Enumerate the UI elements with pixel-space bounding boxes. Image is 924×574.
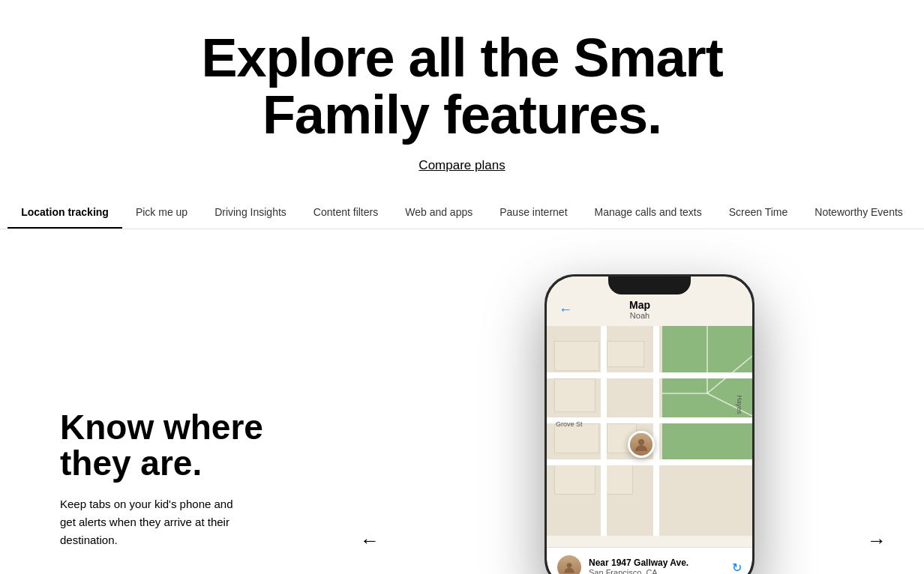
feature-nav: Location tracking Pick me up Driving Ins… — [0, 196, 924, 229]
refresh-icon[interactable]: ↻ — [732, 561, 742, 574]
feature-heading: Know where they are. — [60, 409, 285, 482]
street-label-hayes: Hayes — [736, 395, 743, 414]
map-block — [603, 465, 633, 495]
hero-section: Explore all the Smart Family features. C… — [0, 0, 924, 196]
street-vertical — [601, 326, 607, 536]
location-pin — [628, 431, 655, 458]
map-area: Grove St Hayes — [547, 326, 752, 536]
next-arrow-button[interactable]: → — [867, 529, 886, 552]
map-block — [554, 423, 599, 453]
title-line2: Family features. — [262, 85, 662, 145]
phone-mockup: ← Map Noah — [544, 274, 754, 574]
map-block — [554, 378, 596, 412]
nav-item-location-tracking[interactable]: Location tracking — [8, 196, 122, 229]
street-horizontal — [547, 372, 752, 378]
page-title: Explore all the Smart Family features. — [162, 30, 762, 143]
page-wrapper: Explore all the Smart Family features. C… — [0, 0, 924, 574]
phone-map-title: Map — [578, 299, 701, 311]
street-label-grove: Grove St — [556, 420, 583, 428]
content-section: Know where they are. Keep tabs on your k… — [0, 229, 924, 574]
nav-item-content-filters[interactable]: Content filters — [300, 196, 392, 229]
nav-item-pause-internet[interactable]: Pause internet — [486, 196, 580, 229]
nav-item-driving-insights[interactable]: Driving Insights — [201, 196, 300, 229]
nav-item-pick-me-up[interactable]: Pick me up — [122, 196, 201, 229]
feature-description: Keep tabs on your kid's phone and get al… — [60, 495, 240, 549]
feature-text-col: Know where they are. Keep tabs on your k… — [60, 274, 285, 549]
nav-item-web-and-apps[interactable]: Web and apps — [392, 196, 486, 229]
svg-point-5 — [567, 563, 572, 568]
phone-col: ← Map Noah — [435, 274, 864, 574]
svg-point-4 — [638, 439, 644, 445]
street-horizontal — [547, 459, 752, 465]
phone-bottom-card: Near 1947 Gallway Ave. San Francisco, CA… — [547, 547, 752, 574]
map-block — [554, 465, 596, 495]
phone-notch — [608, 277, 691, 294]
map-block — [554, 341, 599, 371]
nav-item-manage-calls-texts[interactable]: Manage calls and texts — [581, 196, 716, 229]
title-line1: Explore all the Smart — [201, 28, 722, 88]
svg-line-2 — [707, 393, 752, 416]
phone-map-subtitle: Noah — [578, 311, 701, 320]
bottom-card-avatar — [557, 555, 581, 574]
phone-screen: ← Map Noah — [547, 277, 752, 574]
location-address: Near 1947 Gallway Ave. — [589, 558, 724, 568]
nav-item-noteworthy-events[interactable]: Noteworthy Events — [801, 196, 916, 229]
phone-back-icon[interactable]: ← — [559, 302, 572, 318]
compare-plans-link[interactable]: Compare plans — [418, 158, 505, 172]
prev-arrow-button[interactable]: ← — [360, 529, 380, 552]
street-vertical — [653, 326, 659, 536]
map-block — [607, 341, 644, 367]
nav-item-screen-time[interactable]: Screen Time — [716, 196, 802, 229]
pin-avatar — [630, 433, 652, 456]
bottom-card-info: Near 1947 Gallway Ave. San Francisco, CA — [589, 558, 724, 574]
map-park — [662, 326, 752, 461]
location-city: San Francisco, CA — [589, 568, 724, 574]
